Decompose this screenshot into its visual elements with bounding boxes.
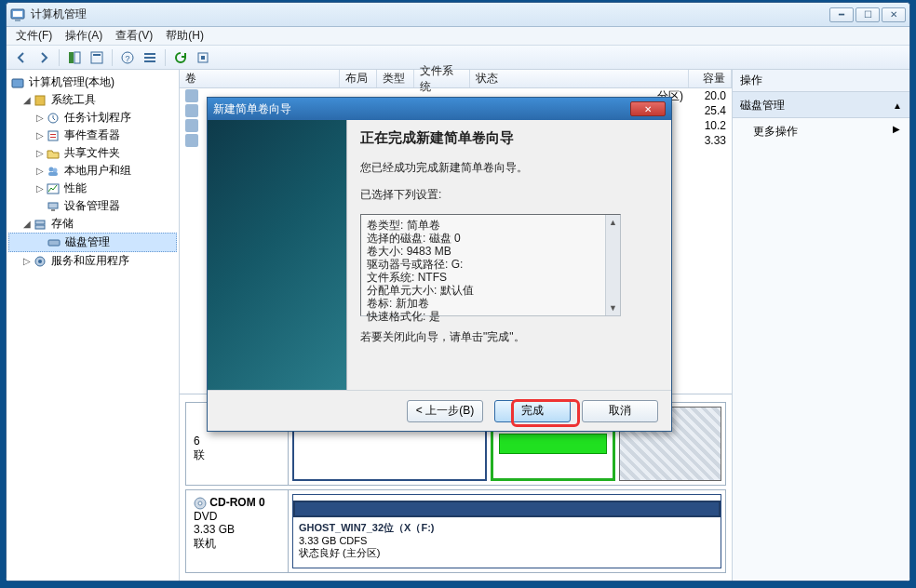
col-volume[interactable]: 卷 bbox=[180, 70, 340, 87]
disk-block-cdrom[interactable]: CD-ROM 0 DVD 3.33 GB 联机 GHOST_WIN7_32位（X… bbox=[185, 489, 726, 573]
collapse-arrow-icon: ▲ bbox=[893, 100, 902, 111]
svg-text:?: ? bbox=[125, 54, 129, 63]
tree-performance[interactable]: ▷ 性能 bbox=[8, 180, 177, 197]
svg-rect-15 bbox=[35, 96, 45, 105]
svg-rect-19 bbox=[50, 137, 56, 138]
col-capacity[interactable]: 容量 bbox=[689, 70, 732, 87]
properties-icon[interactable] bbox=[88, 48, 106, 67]
new-simple-volume-wizard-dialog: 新建简单卷向导 ✕ 正在完成新建简单卷向导 您已经成功完成新建简单卷向导。 已选… bbox=[207, 97, 672, 432]
forward-icon[interactable] bbox=[34, 48, 53, 67]
dialog-success-msg: 您已经成功完成新建简单卷向导。 bbox=[360, 160, 658, 176]
actions-header: 操作 bbox=[733, 70, 909, 92]
col-type[interactable]: 类型 bbox=[377, 70, 414, 87]
settings-scrollbar[interactable]: ▲ ▼ bbox=[605, 215, 620, 315]
dialog-selected-label: 已选择下列设置: bbox=[360, 187, 658, 203]
tree-storage[interactable]: ◢ 存储 bbox=[8, 215, 177, 233]
back-button[interactable]: < 上一步(B) bbox=[407, 400, 483, 422]
cdrom-partition-wrap: GHOST_WIN7_32位（X（F:) 3.33 GB CDFS 状态良好 (… bbox=[289, 490, 725, 572]
col-filesystem[interactable]: 文件系统 bbox=[414, 70, 470, 87]
window-title: 计算机管理 bbox=[31, 7, 829, 22]
dialog-close-button[interactable]: ✕ bbox=[630, 101, 666, 116]
svg-rect-17 bbox=[48, 131, 58, 140]
dialog-footer: < 上一步(B) 完成 取消 bbox=[208, 390, 671, 431]
svg-rect-28 bbox=[48, 240, 60, 246]
navigation-tree[interactable]: 计算机管理(本地) ◢ 系统工具 ▷ 任务计划程序 ▷ 事件查看器 ▷ 共享文件… bbox=[7, 70, 180, 581]
svg-rect-1 bbox=[13, 11, 22, 17]
cdrom-size: 3.33 GB bbox=[194, 523, 235, 536]
col-layout[interactable]: 布局 bbox=[340, 70, 377, 87]
volume-list-header: 卷 布局 类型 文件系统 状态 容量 bbox=[180, 70, 732, 88]
svg-rect-27 bbox=[35, 225, 45, 229]
titlebar: 计算机管理 ━ ☐ ✕ bbox=[7, 3, 909, 27]
svg-rect-26 bbox=[35, 220, 45, 224]
tree-device-manager[interactable]: 设备管理器 bbox=[8, 197, 177, 215]
svg-rect-5 bbox=[91, 52, 102, 63]
maximize-button[interactable]: ☐ bbox=[855, 7, 880, 22]
dialog-sidebar-image bbox=[208, 120, 347, 390]
submenu-arrow-icon: ▶ bbox=[893, 124, 900, 140]
dialog-titlebar: 新建简单卷向导 ✕ bbox=[208, 98, 671, 120]
menu-view[interactable]: 查看(V) bbox=[115, 28, 153, 44]
svg-rect-24 bbox=[48, 203, 58, 208]
scroll-down-icon[interactable]: ▼ bbox=[606, 301, 620, 315]
list-view-icon[interactable] bbox=[141, 48, 159, 67]
refresh-icon[interactable] bbox=[171, 48, 190, 67]
help-icon[interactable]: ? bbox=[118, 48, 137, 67]
partition-size: 3.33 GB CDFS bbox=[299, 535, 367, 546]
app-icon bbox=[10, 7, 25, 22]
cdrom-label-box: CD-ROM 0 DVD 3.33 GB 联机 bbox=[186, 490, 289, 572]
svg-rect-11 bbox=[144, 60, 155, 62]
back-icon[interactable] bbox=[12, 48, 31, 67]
menubar: 文件(F) 操作(A) 查看(V) 帮助(H) bbox=[7, 27, 909, 46]
svg-point-32 bbox=[198, 501, 202, 505]
actions-pane: 操作 磁盘管理 ▲ 更多操作 ▶ bbox=[733, 70, 909, 581]
tree-services-apps[interactable]: ▷ 服务和应用程序 bbox=[8, 252, 177, 270]
svg-rect-6 bbox=[93, 54, 101, 56]
menu-help[interactable]: 帮助(H) bbox=[166, 28, 204, 44]
svg-point-21 bbox=[53, 167, 58, 172]
dialog-heading: 正在完成新建简单卷向导 bbox=[360, 129, 658, 147]
dialog-title: 新建简单卷向导 bbox=[213, 101, 291, 117]
tree-event-viewer[interactable]: ▷ 事件查看器 bbox=[8, 127, 177, 144]
tree-root[interactable]: 计算机管理(本地) bbox=[8, 74, 177, 91]
svg-rect-10 bbox=[144, 57, 155, 59]
svg-rect-14 bbox=[12, 79, 23, 87]
tree-shared-folders[interactable]: ▷ 共享文件夹 bbox=[8, 144, 177, 162]
cdrom-state: 联机 bbox=[194, 537, 216, 550]
svg-rect-3 bbox=[69, 52, 74, 63]
menu-file[interactable]: 文件(F) bbox=[16, 28, 52, 44]
tree-local-users[interactable]: ▷ 本地用户和组 bbox=[8, 162, 177, 180]
window-controls: ━ ☐ ✕ bbox=[829, 7, 906, 22]
actions-section[interactable]: 磁盘管理 ▲ bbox=[733, 92, 909, 118]
svg-rect-13 bbox=[201, 56, 205, 60]
dialog-content: 正在完成新建简单卷向导 您已经成功完成新建简单卷向导。 已选择下列设置: 卷类型… bbox=[347, 120, 671, 390]
close-button[interactable]: ✕ bbox=[882, 7, 906, 22]
tree-system-tools[interactable]: ◢ 系统工具 bbox=[8, 91, 177, 109]
menu-action[interactable]: 操作(A) bbox=[65, 28, 102, 44]
finish-button[interactable]: 完成 bbox=[494, 400, 571, 422]
settings-icon[interactable] bbox=[194, 48, 212, 67]
cdrom-type: DVD bbox=[194, 510, 217, 523]
dialog-settings-list[interactable]: 卷类型: 简单卷 选择的磁盘: 磁盘 0 卷大小: 9483 MB 驱动器号或路… bbox=[360, 214, 621, 316]
partition-status: 状态良好 (主分区) bbox=[299, 547, 380, 558]
tree-disk-management[interactable]: 磁盘管理 bbox=[8, 233, 177, 252]
scroll-up-icon[interactable]: ▲ bbox=[606, 215, 620, 230]
cancel-button[interactable]: 取消 bbox=[582, 400, 658, 422]
svg-point-30 bbox=[38, 260, 42, 263]
col-status[interactable]: 状态 bbox=[470, 70, 689, 87]
cdrom-label: CD-ROM 0 bbox=[209, 496, 264, 509]
show-hide-tree-icon[interactable] bbox=[65, 48, 84, 67]
partition-title: GHOST_WIN7_32位（X（F:) bbox=[299, 522, 434, 533]
svg-rect-25 bbox=[51, 209, 55, 211]
svg-rect-18 bbox=[50, 134, 56, 135]
svg-rect-22 bbox=[48, 172, 58, 176]
minimize-button[interactable]: ━ bbox=[829, 7, 854, 22]
svg-rect-4 bbox=[74, 52, 80, 63]
tree-task-scheduler[interactable]: ▷ 任务计划程序 bbox=[8, 109, 177, 127]
svg-rect-2 bbox=[15, 20, 20, 21]
actions-more[interactable]: 更多操作 ▶ bbox=[733, 118, 909, 145]
svg-rect-9 bbox=[144, 53, 155, 55]
